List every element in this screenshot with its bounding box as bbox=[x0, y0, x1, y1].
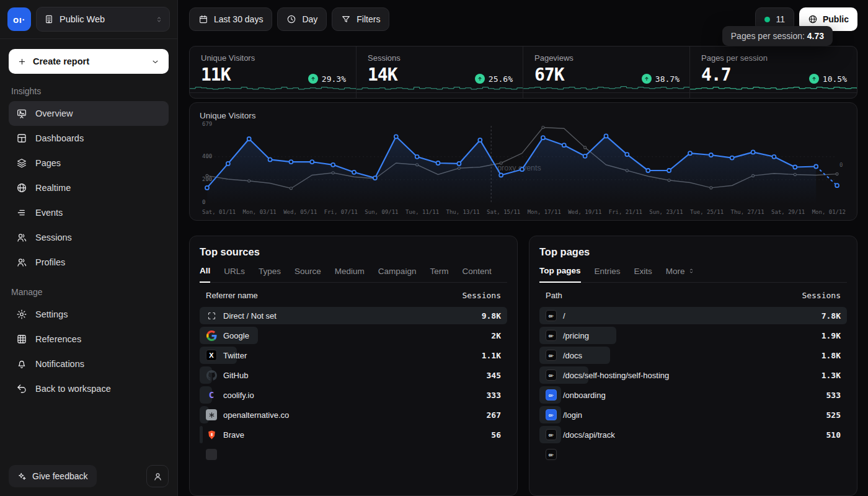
stat-card-session-duration[interactable]: Session Duration6m 36s5.8% bbox=[356, 93, 523, 99]
stat-card-pageviews[interactable]: Pageviews67K38.7% bbox=[523, 46, 690, 93]
change-badge: 38.7% bbox=[642, 74, 680, 84]
sidebar-item-events[interactable]: Events bbox=[9, 200, 169, 225]
sidebar-item-references[interactable]: References bbox=[9, 327, 169, 352]
references-icon bbox=[16, 334, 27, 345]
row-value: 9.8K bbox=[482, 311, 501, 321]
tab-source[interactable]: Source bbox=[294, 266, 321, 282]
x-axis-tick: Sun, 23/11 bbox=[649, 209, 683, 215]
change-badge: 25.6% bbox=[475, 74, 513, 84]
sidebar-item-dashboards[interactable]: Dashboards bbox=[9, 126, 169, 151]
table-row[interactable]: XTwitter1.1K bbox=[200, 347, 507, 364]
sidebar-item-label: Dashboards bbox=[35, 133, 84, 143]
table-row[interactable]: oı·/docs1.8K bbox=[539, 347, 847, 364]
row-value: 267 bbox=[487, 410, 501, 420]
table-header: PathSessions bbox=[539, 283, 847, 307]
tab-medium[interactable]: Medium bbox=[335, 266, 365, 282]
sidebar-item-notifications[interactable]: Notifications bbox=[9, 352, 169, 376]
tab-exits[interactable]: Exits bbox=[634, 266, 652, 282]
x-axis-tick: Tue, 11/11 bbox=[405, 209, 439, 215]
sidebar-item-label: Notifications bbox=[35, 359, 84, 369]
plus-icon bbox=[17, 57, 27, 66]
sidebar-item-pages[interactable]: Pages bbox=[9, 151, 169, 175]
filters-button[interactable]: Filters bbox=[332, 7, 389, 31]
coolify-icon: C bbox=[206, 389, 217, 401]
stat-sparkline bbox=[523, 83, 689, 92]
tab-top-pages[interactable]: Top pages bbox=[539, 266, 581, 283]
row-value: 1.9K bbox=[822, 331, 841, 340]
sidebar-item-label: Overview bbox=[35, 108, 73, 118]
unknown-icon bbox=[206, 449, 217, 460]
granularity-button[interactable]: Day bbox=[277, 7, 327, 31]
table-row[interactable]: oı·/7.8K bbox=[539, 307, 847, 324]
panel-title: Top sources bbox=[200, 246, 507, 258]
sidebar-item-label: Realtime bbox=[35, 183, 71, 193]
stat-card-bounce-rate[interactable]: Bounce Rate48%5.9% bbox=[190, 93, 356, 99]
workspace-selector[interactable]: Public Web bbox=[36, 7, 170, 32]
tab-term[interactable]: Term bbox=[430, 266, 448, 282]
row-value: 345 bbox=[487, 371, 501, 380]
y-axis-tick: 679 bbox=[202, 121, 212, 127]
chart-x-axis: Sat, 01/11Mon, 03/11Wed, 05/11Fri, 07/11… bbox=[202, 209, 846, 215]
x-axis-tick: Sat, 29/11 bbox=[771, 209, 805, 215]
stat-card-pages-per-session[interactable]: Pages per session4.710.5% bbox=[690, 46, 857, 93]
tab-campaign[interactable]: Campaign bbox=[378, 266, 417, 282]
tab-entries[interactable]: Entries bbox=[595, 266, 621, 282]
github-icon bbox=[206, 370, 217, 381]
row-label: Google bbox=[223, 331, 249, 340]
x-axis-tick: Sun, 09/11 bbox=[365, 209, 398, 215]
x-axis-tick: Mon, 03/11 bbox=[243, 209, 277, 215]
date-range-button[interactable]: Last 30 days bbox=[189, 7, 272, 31]
stat-card-sessions[interactable]: Sessions14K25.6% bbox=[356, 46, 523, 93]
visitors-line-chart[interactable]: proxy events06794002000 bbox=[200, 122, 848, 208]
stat-sparkline bbox=[690, 83, 857, 92]
row-label: Direct / Not set bbox=[223, 311, 277, 321]
sidebar-item-settings[interactable]: Settings bbox=[9, 302, 169, 327]
table-row[interactable]: Direct / Not set9.8K bbox=[200, 307, 507, 324]
table-row[interactable]: oı·/onboarding533 bbox=[539, 386, 847, 404]
chart-title: Unique Visitors bbox=[200, 111, 854, 120]
create-report-button[interactable]: Create report bbox=[9, 49, 169, 74]
site-favicon: oı· bbox=[546, 350, 557, 361]
stat-card-revenue[interactable]: Revenue$0 bbox=[523, 93, 690, 99]
table-row[interactable]: GitHub345 bbox=[200, 366, 507, 384]
sidebar-item-realtime[interactable]: Realtime bbox=[9, 175, 169, 200]
give-feedback-button[interactable]: Give feedback bbox=[9, 465, 97, 487]
table-row[interactable]: Ccoolify.io333 bbox=[200, 386, 507, 404]
tab-urls[interactable]: URLs bbox=[224, 266, 245, 282]
x-axis-tick: Wed, 05/11 bbox=[283, 209, 317, 215]
site-favicon: oı· bbox=[546, 330, 557, 341]
stat-card-unique-visitors[interactable]: Unique Visitors11K29.3% bbox=[190, 46, 356, 93]
app-logo[interactable]: oı· bbox=[7, 7, 31, 31]
sidebar-item-label: Sessions bbox=[35, 232, 72, 242]
table-row[interactable]: oı· bbox=[539, 446, 847, 463]
sidebar: oı· Public Web Create report InsightsOve… bbox=[0, 0, 178, 496]
table-row[interactable] bbox=[200, 446, 507, 463]
table-row[interactable]: oı·/docs/self-hosting/self-hosting1.3K bbox=[539, 366, 847, 384]
sidebar-item-back-to-workspace[interactable]: Back to workspace bbox=[9, 376, 169, 401]
row-label: /docs bbox=[563, 351, 582, 360]
row-label: coolify.io bbox=[223, 391, 254, 400]
site-favicon: oı· bbox=[546, 449, 557, 460]
table-row[interactable]: oı·/pricing1.9K bbox=[539, 327, 847, 344]
tab-content[interactable]: Content bbox=[462, 266, 491, 282]
sidebar-item-label: References bbox=[35, 334, 81, 344]
dashboards-icon bbox=[16, 133, 27, 144]
sidebar-item-profiles[interactable]: Profiles bbox=[9, 250, 169, 275]
live-sessions-card[interactable]: 19 sessions last 30 min1 bbox=[690, 93, 857, 99]
row-label: openalternative.co bbox=[223, 410, 289, 420]
sidebar-item-sessions[interactable]: Sessions bbox=[9, 225, 169, 250]
tab-all[interactable]: All bbox=[200, 266, 210, 283]
tab-types[interactable]: Types bbox=[259, 266, 281, 282]
table-row[interactable]: openalternative.co267 bbox=[200, 406, 507, 423]
table-row[interactable]: Google2K bbox=[200, 327, 507, 344]
tab-more[interactable]: More bbox=[666, 266, 695, 282]
x-axis-tick: Mon, 17/11 bbox=[528, 209, 561, 215]
table-row[interactable]: oı·/login525 bbox=[539, 406, 847, 423]
sidebar-item-overview[interactable]: Overview bbox=[9, 101, 169, 126]
sidebar-nav: InsightsOverviewDashboardsPagesRealtimeE… bbox=[9, 74, 169, 401]
table-row[interactable]: Brave56 bbox=[200, 426, 507, 443]
workspace-row: oı· Public Web bbox=[0, 0, 177, 39]
profile-button[interactable] bbox=[146, 465, 169, 487]
table-row[interactable]: oı·/docs/api/track510 bbox=[539, 426, 847, 443]
x-axis-tick: Wed, 19/11 bbox=[568, 209, 601, 215]
